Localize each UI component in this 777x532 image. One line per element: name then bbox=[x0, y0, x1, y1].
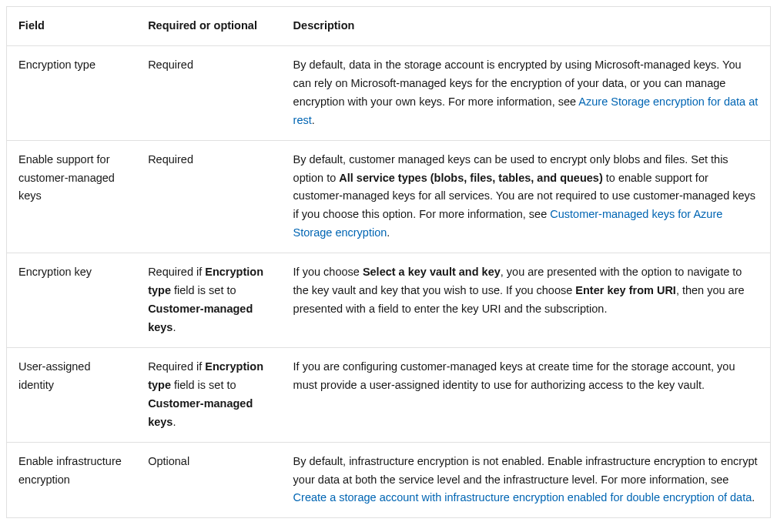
text: If you are configuring customer-managed … bbox=[293, 360, 735, 391]
encryption-settings-table: Field Required or optional Description E… bbox=[6, 6, 771, 518]
cell-required: Required bbox=[136, 140, 281, 253]
cell-description: By default, customer managed keys can be… bbox=[282, 140, 771, 253]
text: Required bbox=[148, 153, 193, 166]
bold-text: Select a key vault and key bbox=[363, 266, 501, 278]
cell-required: Optional bbox=[136, 442, 281, 518]
text: . bbox=[312, 114, 315, 126]
text: By default, infrastructure encryption is… bbox=[293, 455, 758, 486]
cell-required: Required if Encryption type field is set… bbox=[136, 347, 281, 442]
table-row: Encryption keyRequired if Encryption typ… bbox=[7, 253, 771, 348]
cell-field: Encryption key bbox=[7, 253, 137, 348]
table-row: User-assigned identityRequired if Encryp… bbox=[7, 347, 771, 442]
cell-description: If you choose Select a key vault and key… bbox=[282, 253, 771, 348]
text: Optional bbox=[148, 455, 189, 467]
bold-text: All service types (blobs, files, tables,… bbox=[339, 172, 602, 184]
cell-description: By default, data in the storage account … bbox=[282, 45, 771, 140]
text: If you choose bbox=[293, 266, 363, 278]
text: Required if bbox=[148, 266, 205, 278]
table-row: Enable infrastructure encryptionOptional… bbox=[7, 442, 771, 518]
column-header-description: Description bbox=[282, 7, 771, 46]
table-row: Enable support for customer-managed keys… bbox=[7, 140, 771, 253]
text: . bbox=[387, 226, 390, 239]
text: . bbox=[172, 416, 176, 428]
text: field is set to bbox=[171, 379, 236, 391]
text: . bbox=[172, 321, 176, 333]
bold-text: Customer-managed keys bbox=[148, 397, 253, 428]
cell-description: If you are configuring customer-managed … bbox=[282, 347, 771, 442]
table-body: Encryption typeRequiredBy default, data … bbox=[7, 45, 771, 517]
text: . bbox=[752, 491, 755, 504]
cell-field: Enable support for customer-managed keys bbox=[7, 140, 137, 253]
column-header-required: Required or optional bbox=[136, 7, 281, 46]
cell-field: Enable infrastructure encryption bbox=[7, 442, 137, 518]
table-header-row: Field Required or optional Description bbox=[7, 7, 771, 46]
cell-field: User-assigned identity bbox=[7, 347, 137, 442]
text: field is set to bbox=[171, 284, 236, 296]
text: Required if bbox=[148, 360, 205, 373]
cell-field: Encryption type bbox=[7, 45, 137, 140]
bold-text: Customer-managed keys bbox=[148, 303, 253, 333]
table-row: Encryption typeRequiredBy default, data … bbox=[7, 45, 771, 140]
doc-link[interactable]: Create a storage account with infrastruc… bbox=[293, 491, 752, 504]
text: Required bbox=[148, 59, 193, 71]
cell-description: By default, infrastructure encryption is… bbox=[282, 442, 771, 518]
cell-required: Required if Encryption type field is set… bbox=[136, 253, 281, 348]
cell-required: Required bbox=[136, 45, 281, 140]
bold-text: Enter key from URI bbox=[575, 284, 676, 296]
column-header-field: Field bbox=[7, 7, 137, 46]
